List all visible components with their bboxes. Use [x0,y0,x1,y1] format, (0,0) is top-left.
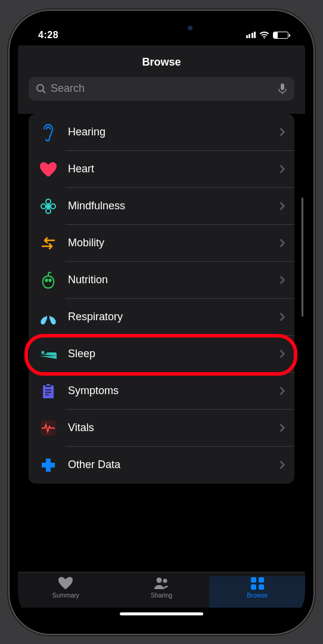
svg-rect-15 [251,577,256,583]
search-icon [36,83,46,94]
clipboard-icon [38,381,58,401]
svg-point-7 [46,279,48,281]
chevron-right-icon [279,202,285,210]
category-label: Hearing [68,126,279,138]
tab-label: Summary [52,592,79,599]
svg-point-2 [46,205,50,208]
list-item-sleep[interactable]: Sleep [29,336,294,373]
heart-icon [38,159,58,179]
page-header: Browse [18,45,305,114]
microphone-icon[interactable] [278,83,287,95]
svg-rect-16 [259,577,264,583]
chevron-right-icon [279,349,285,358]
tab-sharing[interactable]: Sharing [114,576,210,608]
svg-point-13 [157,577,162,583]
heart-fill-icon [57,576,74,590]
list-item-other[interactable]: Other Data [29,447,294,484]
list-item-mindfulness[interactable]: Mindfulness [29,188,294,225]
flower-icon [38,196,58,216]
category-label: Mindfulness [68,200,279,212]
ecg-icon [38,418,58,438]
bed-icon [38,344,58,364]
svg-point-8 [49,279,51,281]
chevron-right-icon [279,460,285,469]
list-item-symptoms[interactable]: Symptoms [29,373,294,410]
notch [102,19,221,37]
tab-bar: Summary Sharing Browse [18,572,305,608]
chevron-right-icon [279,165,285,174]
plus-icon [38,455,58,475]
svg-point-14 [163,578,167,583]
search-input[interactable] [51,82,278,95]
category-label: Nutrition [68,274,279,286]
category-label: Vitals [68,422,279,434]
chevron-right-icon [279,386,285,395]
list-item-nutrition[interactable]: Nutrition [29,262,294,299]
svg-point-0 [37,85,44,91]
svg-rect-10 [43,385,54,398]
screen: 4:28 Browse Hearing [18,19,305,626]
chevron-right-icon [279,423,285,432]
svg-rect-18 [259,584,264,590]
tab-summary[interactable]: Summary [18,576,114,608]
list-item-respiratory[interactable]: Respiratory [29,299,294,336]
page-title: Browse [18,56,305,69]
content-area: Hearing Heart Mindfulness [18,114,305,572]
svg-rect-1 [281,83,284,90]
apple-icon [38,270,58,290]
arrows-icon [38,233,58,253]
cellular-signal-icon [246,32,256,38]
wifi-icon [259,30,269,40]
chevron-right-icon [279,239,285,247]
search-bar[interactable] [29,77,294,101]
people-icon [153,576,170,590]
phone-frame: 4:28 Browse Hearing [10,11,313,634]
chevron-right-icon [279,312,285,321]
chevron-right-icon [279,128,285,137]
list-item-mobility[interactable]: Mobility [29,225,294,262]
home-indicator-area [18,608,305,626]
category-label: Symptoms [68,385,279,397]
category-label: Respiratory [68,311,279,323]
list-item-vitals[interactable]: Vitals [29,410,294,447]
svg-rect-11 [46,383,51,386]
ear-icon [38,122,58,143]
category-label: Mobility [68,237,279,249]
status-icons [246,30,289,40]
list-item-heart[interactable]: Heart [29,151,294,188]
chevron-right-icon [279,275,285,284]
svg-rect-17 [251,584,256,590]
svg-point-3 [46,199,51,204]
svg-point-6 [51,204,55,209]
svg-point-9 [42,351,45,354]
category-label: Sleep [68,348,279,360]
lungs-icon [38,307,58,327]
svg-point-5 [41,204,46,209]
tab-label: Browse [247,592,268,599]
battery-icon [273,32,288,39]
tab-browse[interactable]: Browse [209,576,305,608]
home-indicator[interactable] [120,612,203,615]
status-time: 4:28 [38,30,58,41]
scroll-indicator[interactable] [302,197,303,317]
category-label: Other Data [68,459,279,471]
list-item-hearing[interactable]: Hearing [29,114,294,151]
category-list: Hearing Heart Mindfulness [29,114,294,484]
category-label: Heart [68,163,279,175]
tab-label: Sharing [151,592,172,599]
svg-point-4 [46,209,51,213]
grid-icon [249,576,266,590]
